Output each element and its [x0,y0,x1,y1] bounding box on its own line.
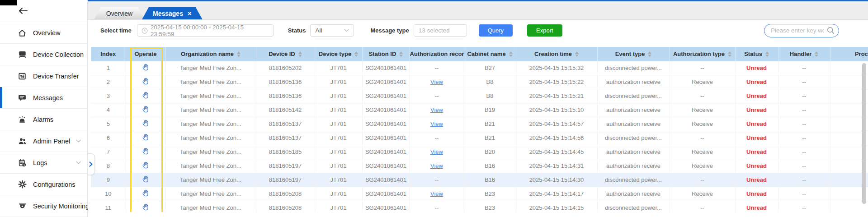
cell-station-id: SG2401061401 [362,61,410,75]
cell-authorization-type: -- [670,173,735,187]
cell-event-type: disconnected power... [597,131,670,145]
cell-handler: -- [778,89,830,103]
cell-device-id: 8181605185 [256,145,315,159]
message-type-value: 13 selected [419,27,450,34]
column-header-station-id[interactable]: Station ID [362,47,410,61]
column-header-organization-name[interactable]: Organization name [165,47,256,61]
operate-hand-icon[interactable] [126,201,165,212]
sort-icon[interactable] [354,51,358,57]
table-row: 8Tanger Med Free Zon...8181605197JT701SG… [91,159,868,173]
sidebar-item-configurations[interactable]: Configurations [0,174,87,195]
column-header-device-type[interactable]: Device type [315,47,362,61]
transfer-icon [17,72,27,81]
table-row: 11Tanger Med Free Zon...8181605208JT701S… [91,201,868,212]
cell-handler: -- [778,117,830,131]
column-header-cabinet-name[interactable]: Cabinet name [464,47,516,61]
sort-icon[interactable] [648,51,651,57]
cell-status: Unread [735,159,778,173]
view-authorization-link[interactable]: View [430,78,443,85]
sidebar-item-messages[interactable]: Messages [0,87,87,109]
sidebar-item-device-transfer[interactable]: Device Transfer [0,65,87,87]
alarm-icon [17,115,27,124]
operate-hand-icon[interactable] [126,173,165,187]
column-header-authorization-type[interactable]: Authorization type [670,47,735,61]
filter-bar: Select time 2025-04-15 00:00:00 - 2025-0… [88,20,868,41]
cell-creation-time: 2025-04-15 15:15:22 [516,75,597,89]
operate-hand-icon[interactable] [126,159,165,173]
cell-handler: -- [778,187,830,201]
cell-authorization-records: -- [410,89,464,103]
view-authorization-link[interactable]: View [430,106,443,113]
sort-icon[interactable] [728,51,731,57]
view-authorization-link[interactable]: View [430,120,443,127]
sidebar-item-security-monitoring[interactable]: Security Monitoring [0,195,87,217]
sidebar-item-logs[interactable]: Logs [0,152,87,174]
cell-status: Unread [735,89,778,103]
search-icon[interactable] [827,27,835,34]
sort-icon[interactable] [509,51,513,57]
cell-authorization-type: Receive [670,145,735,159]
status-select[interactable]: All [310,24,354,37]
sort-icon[interactable] [765,51,769,57]
search-input[interactable] [771,27,824,34]
time-range-value: 2025-04-15 00:00:00 - 2025-04-15 23:59:5… [151,24,269,37]
operate-hand-icon[interactable] [126,75,165,89]
table-header-row: IndexOperateOrganization nameDevice IDDe… [91,47,868,61]
cell-device-type: JT701 [315,159,362,173]
cell-index: 4 [91,103,126,117]
cell-authorization-records: View [410,117,464,131]
cell-organization: Tanger Med Free Zon... [165,117,256,131]
cell-device-type: JT701 [315,131,362,145]
column-header-device-id[interactable]: Device ID [256,47,315,61]
cell-creation-time: 2025-04-15 15:15:21 [516,89,597,103]
operate-hand-icon[interactable] [126,103,165,117]
vertical-scrollbar[interactable] [862,63,866,204]
column-header-creation-time[interactable]: Creation time [516,47,597,61]
view-authorization-link[interactable]: View [430,162,443,169]
cell-organization: Tanger Med Free Zon... [165,89,256,103]
cell-authorization-type: -- [670,201,735,212]
operate-hand-icon[interactable] [126,61,165,75]
column-header-event-type[interactable]: Event type [597,47,670,61]
cell-index: 11 [91,201,126,212]
sidebar-item-label: Device Transfer [33,73,79,80]
sort-icon[interactable] [237,51,241,57]
query-button[interactable]: Query [479,24,513,37]
panel-expander[interactable] [88,153,95,175]
cell-index: 9 [91,173,126,187]
message-type-select[interactable]: 13 selected [414,24,467,37]
operate-hand-icon[interactable] [126,131,165,145]
sort-icon[interactable] [815,51,818,57]
cell-cabinet-name: B8 [464,75,516,89]
column-header-handler[interactable]: Handler [778,47,830,61]
cell-device-type: JT701 [315,117,362,131]
cell-handler: -- [778,75,830,89]
tab-messages[interactable]: Messages× [142,7,203,19]
operate-hand-icon[interactable] [126,117,165,131]
time-range-picker[interactable]: 2025-04-15 00:00:00 - 2025-04-15 23:59:5… [137,24,274,37]
operate-hand-icon[interactable] [126,89,165,103]
operate-hand-icon[interactable] [126,187,165,201]
cell-device-type: JT701 [315,201,362,212]
cell-status: Unread [735,187,778,201]
sidebar-item-admin-panel[interactable]: Admin Panel [0,130,87,152]
sort-icon[interactable] [399,51,403,57]
sidebar-item-alarms[interactable]: Alarms [0,109,87,130]
sidebar-item-device-collection[interactable]: Device Collection [0,44,87,65]
status-value: All [315,27,322,34]
column-header-processing: Processing [830,47,868,61]
sort-icon[interactable] [575,51,579,57]
column-header-status[interactable]: Status [735,47,778,61]
cell-station-id: SG2401061401 [362,117,410,131]
operate-hand-icon[interactable] [126,145,165,159]
tab-overview[interactable]: Overview [94,7,145,19]
cell-authorization-type: Receive [670,159,735,173]
close-icon[interactable]: × [188,10,192,17]
view-authorization-link[interactable]: View [430,190,443,197]
view-authorization-link[interactable]: View [430,148,443,155]
cell-organization: Tanger Med Free Zon... [165,103,256,117]
cell-organization: Tanger Med Free Zon... [165,61,256,75]
sidebar-item-overview[interactable]: Overview [0,22,87,44]
sort-icon[interactable] [298,51,302,57]
export-button[interactable]: Export [527,24,562,37]
